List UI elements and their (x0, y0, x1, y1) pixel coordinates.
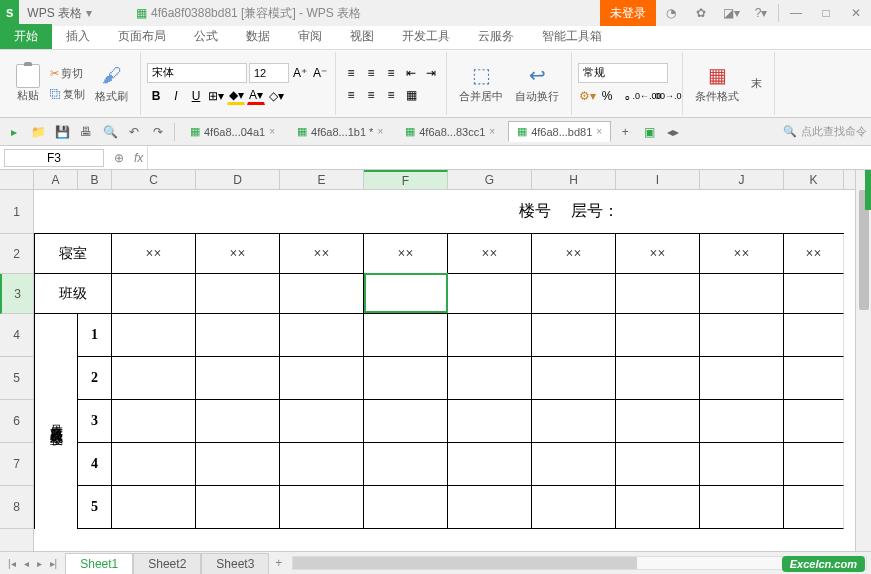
cell-bed-5[interactable]: 5 (78, 486, 112, 529)
merge-center-button[interactable]: ⬚ 合并居中 (453, 61, 509, 106)
cell[interactable] (616, 274, 700, 314)
tab-formula[interactable]: 公式 (180, 24, 232, 49)
fx-label[interactable]: fx (130, 151, 147, 165)
row-header-6[interactable]: 6 (0, 400, 33, 443)
close-icon[interactable]: × (377, 126, 383, 137)
preview-icon[interactable]: 🔍 (100, 122, 120, 142)
cell[interactable] (532, 314, 616, 357)
sheet-title-cell[interactable]: 楼号 层号： (34, 190, 844, 234)
cell-bed-2[interactable]: 2 (78, 357, 112, 400)
cell[interactable] (616, 314, 700, 357)
cell[interactable] (280, 400, 364, 443)
increase-font-icon[interactable]: A⁺ (291, 64, 309, 82)
underline-button[interactable]: U (187, 87, 205, 105)
sheet-tab-2[interactable]: Sheet2 (133, 553, 201, 574)
row-header-3[interactable]: 3 (0, 274, 33, 314)
cell[interactable] (532, 443, 616, 486)
cell[interactable] (448, 443, 532, 486)
tab-smart-tools[interactable]: 智能工具箱 (528, 24, 616, 49)
cell[interactable] (616, 486, 700, 529)
cell[interactable] (364, 400, 448, 443)
last-sheet-icon[interactable]: ▸| (46, 556, 62, 571)
cell[interactable] (532, 357, 616, 400)
cell[interactable] (280, 274, 364, 314)
tab-list-icon[interactable]: ▣ (639, 122, 659, 142)
cell-dorm-label[interactable]: 寝室 (34, 234, 112, 274)
cell[interactable] (784, 314, 844, 357)
vertical-label-cell[interactable]: 寝室成员及对应床号 (34, 314, 78, 529)
cell[interactable]: ×× (616, 234, 700, 274)
col-header-I[interactable]: I (616, 170, 700, 189)
tab-developer[interactable]: 开发工具 (388, 24, 464, 49)
horizontal-scrollbar[interactable] (292, 556, 867, 570)
cell[interactable] (616, 443, 700, 486)
vertical-scrollbar[interactable] (855, 170, 871, 551)
cell-class-label[interactable]: 班级 (34, 274, 112, 314)
tab-nav-icon[interactable]: ◂▸ (663, 122, 683, 142)
cell[interactable] (112, 400, 196, 443)
fx-expand-icon[interactable]: ⊕ (108, 151, 130, 165)
conditional-format-button[interactable]: ▦ 条件格式 (689, 61, 745, 106)
cell[interactable] (196, 274, 280, 314)
align-middle[interactable]: ≡ (362, 64, 380, 82)
font-color-button[interactable]: A▾ (247, 87, 265, 105)
cell-selected[interactable] (364, 274, 448, 314)
login-button[interactable]: 未登录 (600, 0, 656, 26)
row-header-4[interactable]: 4 (0, 314, 33, 357)
cell[interactable]: ×× (280, 234, 364, 274)
row-header-8[interactable]: 8 (0, 486, 33, 529)
tab-review[interactable]: 审阅 (284, 24, 336, 49)
skin-icon[interactable]: ◪▾ (716, 0, 746, 26)
cell[interactable] (364, 357, 448, 400)
cell[interactable] (448, 357, 532, 400)
cell[interactable] (784, 274, 844, 314)
paste-button[interactable]: 粘贴 (10, 62, 46, 105)
row-header-5[interactable]: 5 (0, 357, 33, 400)
cell[interactable]: ×× (700, 234, 784, 274)
tab-page-layout[interactable]: 页面布局 (104, 24, 180, 49)
row-header-2[interactable]: 2 (0, 234, 33, 274)
cell[interactable] (700, 274, 784, 314)
cell[interactable] (700, 314, 784, 357)
close-icon[interactable]: × (596, 126, 602, 137)
merge-cells-icon[interactable]: ▦ (402, 86, 420, 104)
row-header-1[interactable]: 1 (0, 190, 33, 234)
cell[interactable] (532, 486, 616, 529)
cell[interactable] (700, 486, 784, 529)
cell[interactable] (112, 486, 196, 529)
doc-tab-1[interactable]: ▦4f6a8...04a1× (181, 121, 284, 142)
indent-increase[interactable]: ⇥ (422, 64, 440, 82)
col-header-K[interactable]: K (784, 170, 844, 189)
formula-input[interactable] (147, 146, 871, 169)
tab-cloud[interactable]: 云服务 (464, 24, 528, 49)
align-bottom[interactable]: ≡ (382, 64, 400, 82)
prev-sheet-icon[interactable]: ◂ (20, 556, 33, 571)
copy-button[interactable]: ⿻复制 (46, 85, 89, 104)
col-header-D[interactable]: D (196, 170, 280, 189)
minimize-button[interactable]: — (781, 0, 811, 26)
cell-name-box[interactable] (4, 149, 104, 167)
indent-decrease[interactable]: ⇤ (402, 64, 420, 82)
grid[interactable]: A B C D E F G H I J K 楼号 层号： (34, 170, 855, 551)
cell[interactable] (196, 400, 280, 443)
cell[interactable] (700, 400, 784, 443)
cell[interactable]: ×× (196, 234, 280, 274)
first-sheet-icon[interactable]: |◂ (4, 556, 20, 571)
cell[interactable] (280, 443, 364, 486)
redo-icon[interactable]: ↷ (148, 122, 168, 142)
cell[interactable] (112, 357, 196, 400)
currency-icon[interactable]: ⚙▾ (578, 87, 596, 105)
tab-insert[interactable]: 插入 (52, 24, 104, 49)
cell[interactable]: ×× (364, 234, 448, 274)
clear-format-button[interactable]: ◇▾ (267, 87, 285, 105)
close-button[interactable]: ✕ (841, 0, 871, 26)
maximize-button[interactable]: □ (811, 0, 841, 26)
doc-tab-4[interactable]: ▦4f6a8...bd81× (508, 121, 611, 142)
undo-icon[interactable]: ↶ (124, 122, 144, 142)
decrease-font-icon[interactable]: A⁻ (311, 64, 329, 82)
new-doc-icon[interactable]: ▸ (4, 122, 24, 142)
cell[interactable] (196, 314, 280, 357)
border-button[interactable]: ⊞▾ (207, 87, 225, 105)
cut-button[interactable]: ✂剪切 (46, 64, 89, 83)
cell-bed-3[interactable]: 3 (78, 400, 112, 443)
